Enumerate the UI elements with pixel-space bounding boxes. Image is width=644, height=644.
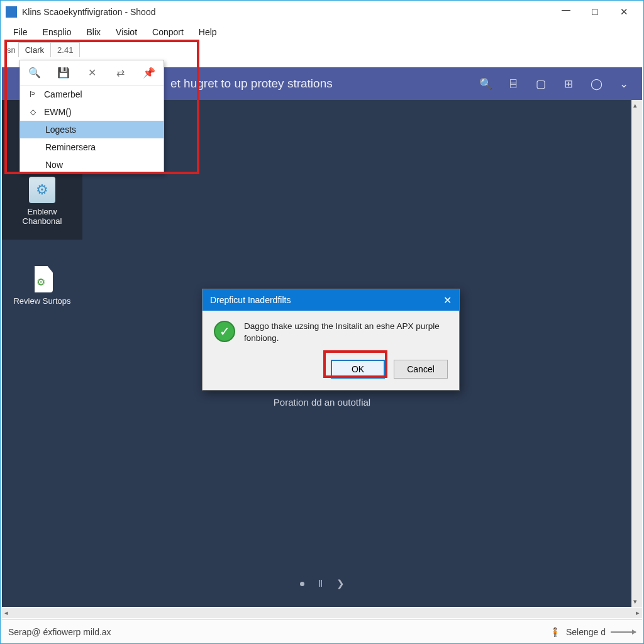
dropdown-item-label: Camerbel: [44, 89, 82, 99]
dropdown-item-reminersera[interactable]: Reminersera: [20, 138, 164, 156]
dropdown-item-label: EWM(): [44, 107, 72, 117]
horizontal-scrollbar[interactable]: [2, 608, 642, 618]
menu-ensplio[interactable]: Ensplio: [35, 25, 79, 40]
ok-button[interactable]: OK: [331, 360, 385, 379]
window-title: Klins Scaoekyntfivigration - Shood: [22, 7, 552, 17]
header-band-text: et hugret to up protey strations: [170, 77, 333, 91]
tab-241[interactable]: 2.41: [51, 42, 80, 57]
carousel-nav: Ⅱ ❯: [2, 578, 642, 589]
person-icon: 🧍: [550, 626, 561, 638]
modal-body: ✓ Daggo thake uzsing the Insitalit an es…: [203, 311, 459, 355]
menubar: File Ensplio Blix Visiot Conport Help: [1, 23, 643, 41]
check-icon: ✓: [214, 321, 235, 342]
menu-conport[interactable]: Conport: [145, 25, 191, 40]
gear-icon: [29, 177, 55, 203]
cancel-button[interactable]: Cancel: [394, 360, 448, 379]
flag-icon: 🏳: [28, 89, 38, 99]
diamond-icon: ◇: [28, 107, 38, 117]
modal-titlebar: Drepficut Inaderdfilts ✕: [203, 289, 459, 311]
modal-message: Daggo thake uzsing the Insitalit an eshe…: [244, 321, 448, 345]
window-controls: [552, 3, 638, 21]
pause-icon[interactable]: Ⅱ: [318, 578, 323, 589]
search-icon[interactable]: 🔍: [479, 77, 492, 91]
folder-icon[interactable]: ▢: [534, 77, 548, 91]
modal-close-button[interactable]: ✕: [443, 294, 452, 306]
subtitle-text: Poration dd an outotfial: [2, 397, 642, 408]
dropdown-item-logests[interactable]: Logests: [20, 121, 164, 138]
desktop-icon-label: Enblerw Chanbonal: [11, 207, 74, 226]
desktop-icon-label: Review Surtops: [11, 296, 74, 306]
menu-file[interactable]: File: [6, 25, 35, 40]
close-window-button[interactable]: [609, 3, 638, 21]
statusbar: Serap@ éxfiowerp mild.ax 🧍 Selenge d: [2, 619, 642, 643]
dropdown-item-label: Logests: [45, 125, 76, 135]
minimize-button[interactable]: [552, 3, 580, 21]
dropdown-item-ewm[interactable]: ◇ EWM(): [20, 103, 164, 121]
chevron-down-icon[interactable]: ⌄: [617, 77, 631, 91]
app-icon: [6, 6, 17, 18]
tab-prefix: sn: [4, 45, 18, 55]
status-right-text: Selenge d: [566, 627, 606, 637]
menu-blix[interactable]: Blix: [79, 25, 108, 40]
tab-clark[interactable]: Clark: [18, 42, 51, 57]
modal-dialog: Drepficut Inaderdfilts ✕ ✓ Daggo thake u…: [202, 289, 460, 391]
carousel-dot[interactable]: [300, 582, 304, 586]
maximize-button[interactable]: [580, 3, 609, 21]
shuffle-icon[interactable]: ⇄: [115, 67, 126, 79]
titlebar: Klins Scaoekyntfivigration - Shood: [1, 1, 643, 23]
dropdown-panel: 🔍 💾 ✕ ⇄ 📌 🏳 Camerbel ◇ EWM() Logests Rem…: [19, 60, 164, 174]
tabstrip: sn Clark 2.41: [1, 41, 643, 58]
user-icon[interactable]: ◯: [589, 77, 603, 91]
dropdown-toolbar: 🔍 💾 ✕ ⇄ 📌: [20, 60, 164, 86]
search-icon[interactable]: 🔍: [29, 67, 40, 79]
pin-icon[interactable]: 📌: [143, 67, 155, 79]
document-gear-icon: [31, 266, 53, 292]
close-icon[interactable]: ✕: [87, 67, 97, 79]
arrow-icon: [611, 631, 636, 633]
modal-title-text: Drepficut Inaderdfilts: [210, 295, 291, 305]
modal-actions: OK Cancel: [203, 355, 459, 390]
menu-visiot[interactable]: Visiot: [108, 25, 145, 40]
status-left: Serap@ éxfiowerp mild.ax: [8, 627, 111, 637]
desktop-icon-review[interactable]: Review Surtops: [11, 266, 74, 306]
cast-icon[interactable]: ⌸: [506, 77, 520, 91]
dropdown-item-label: Reminersera: [45, 142, 96, 152]
dropdown-item-now[interactable]: Now: [20, 156, 164, 174]
dropdown-item-label: Now: [45, 160, 63, 170]
grid-icon[interactable]: ⊞: [562, 77, 575, 91]
desktop-icon-enblerw[interactable]: Enblerw Chanbonal: [11, 177, 74, 226]
dropdown-item-camerbel[interactable]: 🏳 Camerbel: [20, 86, 164, 103]
vertical-scrollbar[interactable]: [631, 100, 642, 607]
menu-help[interactable]: Help: [191, 25, 225, 40]
header-band-icons: 🔍 ⌸ ▢ ⊞ ◯ ⌄: [479, 77, 631, 91]
next-icon[interactable]: ❯: [336, 578, 345, 589]
status-right: 🧍 Selenge d: [550, 626, 636, 638]
save-icon[interactable]: 💾: [58, 67, 69, 79]
desktop-area: Enblerw Chanbonal Review Surtops Drepfic…: [2, 100, 642, 607]
